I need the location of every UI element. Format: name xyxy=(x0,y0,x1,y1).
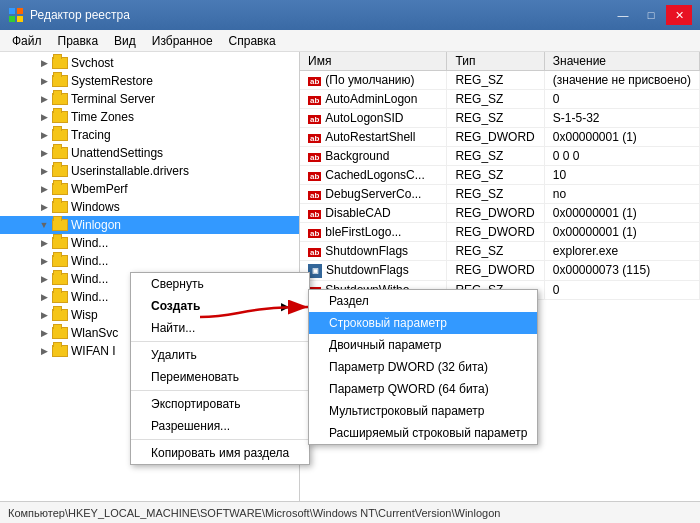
folder-icon xyxy=(52,129,68,141)
tree-label: Terminal Server xyxy=(71,92,155,106)
reg-value-cell: 0x00000001 (1) xyxy=(544,204,699,223)
tree-item[interactable]: ▶ UnattendSettings xyxy=(0,144,299,162)
maximize-button[interactable]: □ xyxy=(638,5,664,25)
table-row[interactable]: ▣ShutdownFlagsREG_DWORD0x00000073 (115) xyxy=(300,261,700,281)
table-row[interactable]: abAutoLogonSIDREG_SZS-1-5-32 xyxy=(300,109,700,128)
reg-value-cell: 0 0 0 xyxy=(544,147,699,166)
table-row[interactable]: abDisableCADREG_DWORD0x00000001 (1) xyxy=(300,204,700,223)
table-row[interactable]: abDebugServerCo...REG_SZno xyxy=(300,185,700,204)
ab-icon: ab xyxy=(308,96,321,105)
minimize-button[interactable]: — xyxy=(610,5,636,25)
reg-value-cell: 0 xyxy=(544,280,699,299)
reg-type-cell: REG_SZ xyxy=(447,242,544,261)
status-bar: Компьютер\HKEY_LOCAL_MACHINE\SOFTWARE\Mi… xyxy=(0,501,700,523)
submenu-section[interactable]: Раздел xyxy=(309,290,537,312)
table-row[interactable]: abShutdownFlagsREG_SZexplorer.exe xyxy=(300,242,700,261)
menu-edit[interactable]: Правка xyxy=(50,30,107,51)
submenu-qword-param[interactable]: Параметр QWORD (64 бита) xyxy=(309,378,537,400)
tree-item[interactable]: ▶ Tracing xyxy=(0,126,299,144)
reg-type-cell: REG_SZ xyxy=(447,71,544,90)
table-row[interactable]: abCachedLogonsC...REG_SZ10 xyxy=(300,166,700,185)
folder-icon xyxy=(52,183,68,195)
tree-label: Wisp xyxy=(71,308,98,322)
menu-help[interactable]: Справка xyxy=(221,30,284,51)
tree-item[interactable]: ▶ Svchost xyxy=(0,54,299,72)
expand-icon: ▶ xyxy=(36,271,52,287)
reg-type-cell: REG_SZ xyxy=(447,147,544,166)
table-row[interactable]: abBackgroundREG_SZ0 0 0 xyxy=(300,147,700,166)
reg-value-cell: 10 xyxy=(544,166,699,185)
ab-icon: ab xyxy=(308,248,321,257)
app-icon xyxy=(8,7,24,23)
reg-type-cell: REG_DWORD xyxy=(447,204,544,223)
reg-value-cell: S-1-5-32 xyxy=(544,109,699,128)
ab-icon: ab xyxy=(308,210,321,219)
folder-icon xyxy=(52,165,68,177)
tree-item[interactable]: ▶ Time Zones xyxy=(0,108,299,126)
submenu-string-param[interactable]: Строковый параметр xyxy=(309,312,537,334)
submenu-dword-param[interactable]: Параметр DWORD (32 бита) xyxy=(309,356,537,378)
tree-item[interactable]: ▶ Terminal Server xyxy=(0,90,299,108)
ctx-copy-path[interactable]: Копировать имя раздела xyxy=(131,442,309,464)
reg-name-cell: abAutoRestartShell xyxy=(300,128,447,147)
folder-icon xyxy=(52,75,68,87)
submenu-binary-param[interactable]: Двоичный параметр xyxy=(309,334,537,356)
reg-value-cell: (значение не присвоено) xyxy=(544,71,699,90)
folder-icon xyxy=(52,255,68,267)
col-name: Имя xyxy=(300,52,447,71)
table-row[interactable]: ab(По умолчанию)REG_SZ(значение не присв… xyxy=(300,71,700,90)
table-row[interactable]: abAutoRestartShellREG_DWORD0x00000001 (1… xyxy=(300,128,700,147)
submenu-arrow-icon: ▶ xyxy=(281,301,289,312)
table-row[interactable]: abbleFirstLogo...REG_DWORD0x00000001 (1) xyxy=(300,223,700,242)
tree-item[interactable]: ▶ Userinstallable.drivers xyxy=(0,162,299,180)
tree-label: Wind... xyxy=(71,290,108,304)
tree-item[interactable]: ▶ WbemPerf xyxy=(0,180,299,198)
menu-view[interactable]: Вид xyxy=(106,30,144,51)
folder-icon xyxy=(52,147,68,159)
ctx-find[interactable]: Найти... xyxy=(131,317,309,339)
submenu: Раздел Строковый параметр Двоичный парам… xyxy=(308,289,538,445)
folder-icon xyxy=(52,201,68,213)
ctx-delete[interactable]: Удалить xyxy=(131,344,309,366)
expand-icon: ▶ xyxy=(36,55,52,71)
tree-label: Userinstallable.drivers xyxy=(71,164,189,178)
tree-item[interactable]: ▶ SystemRestore xyxy=(0,72,299,90)
reg-value-cell: 0x00000001 (1) xyxy=(544,128,699,147)
tree-item[interactable]: ▶ Wind... xyxy=(0,234,299,252)
expand-icon: ▶ xyxy=(36,127,52,143)
title-bar: Редактор реестра — □ ✕ xyxy=(0,0,700,30)
reg-type-cell: REG_DWORD xyxy=(447,223,544,242)
tree-item-winlogon[interactable]: ▼ Winlogon xyxy=(0,216,299,234)
reg-type-cell: REG_SZ xyxy=(447,90,544,109)
ctx-export[interactable]: Экспортировать xyxy=(131,393,309,415)
folder-icon xyxy=(52,291,68,303)
reg-name-cell: abCachedLogonsC... xyxy=(300,166,447,185)
ctx-permissions[interactable]: Разрешения... xyxy=(131,415,309,437)
tree-label: UnattendSettings xyxy=(71,146,163,160)
submenu-expandable-param[interactable]: Расширяемый строковый параметр xyxy=(309,422,537,444)
folder-icon xyxy=(52,237,68,249)
col-value: Значение xyxy=(544,52,699,71)
reg-type-cell: REG_DWORD xyxy=(447,128,544,147)
svg-rect-2 xyxy=(9,16,15,22)
ctx-collapse[interactable]: Свернуть xyxy=(131,273,309,295)
title-bar-left: Редактор реестра xyxy=(8,7,130,23)
ab-icon: ab xyxy=(308,229,321,238)
close-button[interactable]: ✕ xyxy=(666,5,692,25)
menu-favorites[interactable]: Избранное xyxy=(144,30,221,51)
folder-icon xyxy=(52,219,68,231)
tree-item[interactable]: ▶ Wind... xyxy=(0,252,299,270)
tree-item[interactable]: ▶ Windows xyxy=(0,198,299,216)
submenu-multistring-param[interactable]: Мультистроковый параметр xyxy=(309,400,537,422)
ab-icon: ab xyxy=(308,115,321,124)
menu-file[interactable]: Файл xyxy=(4,30,50,51)
ab-icon: ab xyxy=(308,153,321,162)
reg-name-cell: ab(По умолчанию) xyxy=(300,71,447,90)
title-controls: — □ ✕ xyxy=(610,5,692,25)
tree-label-winlogon: Winlogon xyxy=(71,218,121,232)
tree-label: Tracing xyxy=(71,128,111,142)
ctx-rename[interactable]: Переименовать xyxy=(131,366,309,388)
table-row[interactable]: abAutoAdminLogonREG_SZ0 xyxy=(300,90,700,109)
reg-value-cell: 0 xyxy=(544,90,699,109)
ctx-create[interactable]: Создать ▶ xyxy=(131,295,309,317)
